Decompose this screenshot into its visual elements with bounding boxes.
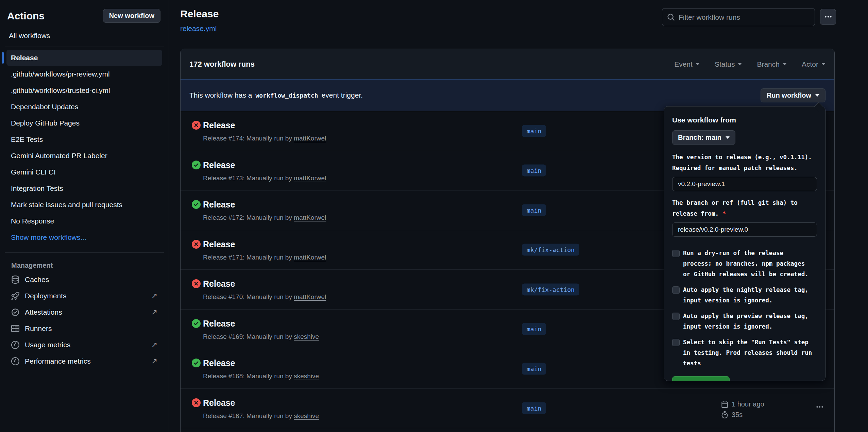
checkbox-label: Select to skip the "Run Tests" step in t…: [683, 337, 814, 369]
sidebar-item-caches[interactable]: Caches: [6, 271, 162, 288]
run-description: Release #173: Manually run by mattKorwel: [203, 175, 326, 182]
sidebar-item-usage-metrics[interactable]: Usage metrics ↗: [6, 337, 162, 353]
run-description: Release #171: Manually run by mattKorwel: [203, 254, 326, 261]
actor-link[interactable]: skeshive: [294, 372, 319, 380]
run-title[interactable]: Release: [203, 120, 235, 130]
run-duration: 35s: [732, 411, 743, 419]
run-description: Release #168: Manually run by skeshive: [203, 372, 319, 380]
branch-select-button[interactable]: Branch: main: [672, 130, 735, 145]
search-input[interactable]: [679, 13, 810, 21]
show-more-workflows-link[interactable]: Show more workflows...: [6, 229, 162, 246]
branch-badge[interactable]: main: [522, 165, 546, 177]
run-title[interactable]: Release: [203, 200, 235, 210]
run-title[interactable]: Release: [203, 160, 235, 170]
dropdown-heading: Use workflow from: [672, 116, 817, 124]
run-title[interactable]: Release: [203, 319, 235, 329]
run-workflow-submit-button[interactable]: Run workflow: [672, 376, 730, 381]
sidebar-item-no-response[interactable]: No Response: [6, 213, 162, 229]
run-description: Release #174: Manually run by mattKorwel: [203, 135, 326, 142]
sidebar-item-gemini-pr-labeler[interactable]: Gemini Automated PR Labeler: [6, 148, 162, 164]
run-title[interactable]: Release: [203, 239, 235, 249]
sidebar-item-dependabot-updates[interactable]: Dependabot Updates: [6, 99, 162, 115]
x-circle-icon: [192, 121, 201, 130]
sidebar-item-mark-stale[interactable]: Mark stale issues and pull requests: [6, 197, 162, 213]
runs-filters: Event Status Branch Actor: [674, 60, 826, 68]
branch-badge[interactable]: main: [522, 204, 546, 216]
preview-tag-checkbox[interactable]: [672, 313, 680, 320]
skip-tests-checkbox[interactable]: [672, 339, 680, 346]
sidebar-item-integration-tests[interactable]: Integration Tests: [6, 180, 162, 197]
actor-link[interactable]: mattKorwel: [294, 293, 326, 300]
actor-link[interactable]: mattKorwel: [294, 175, 326, 182]
workflow-list: Release .github/workflows/pr-review.yml …: [0, 50, 169, 246]
actor-filter-dropdown[interactable]: Actor: [802, 60, 826, 68]
branch-badge[interactable]: main: [522, 323, 546, 335]
branch-filter-dropdown[interactable]: Branch: [757, 60, 787, 68]
sidebar-item-trusted-ci[interactable]: .github/workflows/trusted-ci.yml: [6, 82, 162, 99]
chevron-down-icon: [783, 63, 787, 65]
kebab-icon: [824, 13, 832, 21]
actor-link[interactable]: mattKorwel: [294, 135, 326, 142]
sidebar-item-runners[interactable]: Runners: [6, 320, 162, 337]
ref-input[interactable]: [672, 222, 817, 237]
version-field-label: The version to release (e.g., v0.1.11). …: [672, 152, 817, 173]
run-kebab-button[interactable]: [816, 403, 824, 413]
external-link-icon: ↗: [151, 292, 157, 300]
run-title[interactable]: Release: [203, 358, 235, 368]
run-description: Release #167: Manually run by skeshive: [203, 412, 319, 420]
actor-link[interactable]: skeshive: [294, 412, 319, 419]
external-link-icon: ↗: [151, 358, 157, 365]
branch-badge[interactable]: main: [522, 125, 546, 137]
chevron-down-icon: [738, 63, 742, 65]
run-title[interactable]: Release: [203, 279, 235, 289]
x-circle-icon: [192, 279, 201, 288]
kebab-icon: [816, 403, 824, 411]
filter-runs-search[interactable]: [662, 8, 815, 26]
chevron-down-icon: [726, 136, 730, 139]
meter-icon: [11, 341, 19, 349]
sidebar-item-deployments[interactable]: Deployments ↗: [6, 288, 162, 304]
run-time: 1 hour ago: [732, 400, 764, 408]
branch-badge[interactable]: mk/fix-action: [522, 283, 579, 295]
check-circle-icon: [192, 161, 201, 169]
sidebar-item-performance-metrics[interactable]: Performance metrics ↗: [6, 353, 162, 369]
sidebar-item-all-workflows[interactable]: All workflows: [9, 32, 161, 40]
nightly-tag-checkbox[interactable]: [672, 286, 680, 294]
sidebar-item-label: Attestations: [25, 308, 62, 317]
ref-field-label: The branch or ref (full git sha) to rele…: [672, 197, 817, 219]
sidebar-item-attestations[interactable]: Attestations ↗: [6, 304, 162, 320]
required-asterisk: *: [722, 210, 726, 217]
branch-badge[interactable]: main: [522, 363, 546, 375]
run-workflow-toggle-button[interactable]: Run workflow: [761, 88, 826, 102]
chevron-down-icon: [815, 94, 819, 97]
checkbox-label: Run a dry-run of the release process; no…: [683, 248, 814, 280]
page-kebab-button[interactable]: [820, 9, 836, 25]
sidebar-item-label: Usage metrics: [25, 340, 70, 349]
database-icon: [11, 276, 19, 284]
run-row-167[interactable]: Release Release #167: Manually run by sk…: [181, 389, 834, 429]
sidebar-divider: [5, 252, 164, 253]
new-workflow-button[interactable]: New workflow: [103, 9, 160, 23]
sidebar-item-deploy-github-pages[interactable]: Deploy GitHub Pages: [6, 115, 162, 131]
run-title[interactable]: Release: [203, 398, 235, 408]
sidebar-item-e2e-tests[interactable]: E2E Tests: [6, 131, 162, 148]
sidebar-item-label: Caches: [25, 275, 49, 284]
sidebar-item-release[interactable]: Release: [6, 50, 162, 66]
nightly-tag-checkbox-row: Auto apply the nightly release tag, inpu…: [672, 285, 817, 306]
branch-badge[interactable]: main: [522, 402, 546, 414]
actor-link[interactable]: mattKorwel: [294, 214, 326, 221]
sidebar-item-pr-review[interactable]: .github/workflows/pr-review.yml: [6, 66, 162, 82]
preview-tag-checkbox-row: Auto apply the preview release tag, inpu…: [672, 311, 817, 332]
actor-link[interactable]: mattKorwel: [294, 254, 326, 261]
version-input[interactable]: [672, 177, 817, 191]
workflow-file-link[interactable]: release.yml: [180, 24, 217, 33]
sidebar-item-gemini-cli-ci[interactable]: Gemini CLI CI: [6, 164, 162, 180]
actor-link[interactable]: skeshive: [294, 333, 319, 340]
external-link-icon: ↗: [151, 341, 157, 349]
event-filter-dropdown[interactable]: Event: [674, 60, 700, 68]
check-circle-icon: [192, 319, 201, 328]
dry-run-checkbox[interactable]: [672, 250, 680, 257]
runs-count: 172 workflow runs: [189, 60, 255, 69]
branch-badge[interactable]: mk/fix-action: [522, 244, 579, 256]
status-filter-dropdown[interactable]: Status: [715, 60, 742, 68]
